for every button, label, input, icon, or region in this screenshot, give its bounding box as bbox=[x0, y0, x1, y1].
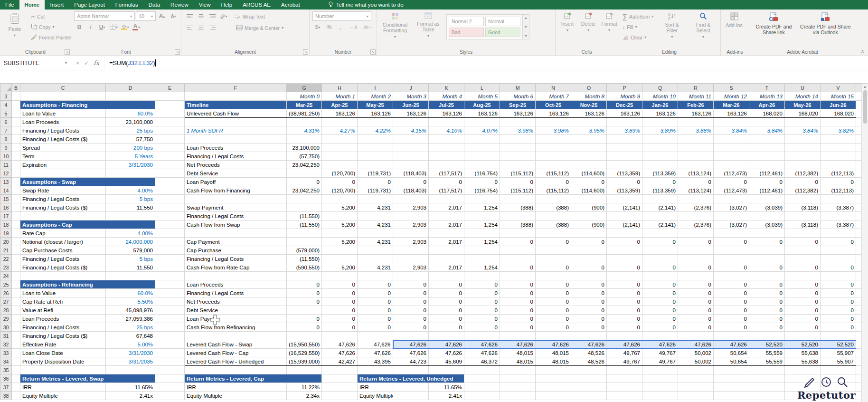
cell-S3[interactable]: Month 12 bbox=[714, 92, 749, 101]
cell-P37[interactable] bbox=[607, 383, 642, 392]
cell-R26[interactable]: 0 bbox=[678, 289, 714, 297]
cell-T37[interactable] bbox=[749, 383, 785, 392]
decrease-font-button[interactable]: A▾ bbox=[168, 11, 179, 21]
alignment-dialog-launcher[interactable]: ↘ bbox=[303, 49, 308, 55]
cell-D30[interactable]: 25 bps bbox=[106, 323, 155, 332]
cell-J28[interactable]: 0 bbox=[393, 306, 429, 315]
cell-N24[interactable] bbox=[536, 272, 571, 280]
row-header-28[interactable]: 28 bbox=[0, 306, 12, 315]
cell-L17[interactable] bbox=[464, 212, 500, 220]
cell-G27[interactable]: 0 bbox=[287, 297, 322, 306]
cell-Q34[interactable]: 49,767 bbox=[642, 357, 678, 366]
cell-V19[interactable] bbox=[821, 229, 856, 238]
cell-H32[interactable]: 47,626 bbox=[322, 340, 358, 349]
cell-F4[interactable]: Timeline bbox=[185, 101, 287, 109]
cell-B23[interactable] bbox=[12, 263, 20, 272]
cell-S12[interactable]: (112,473) bbox=[714, 169, 749, 178]
align-left-button[interactable] bbox=[184, 23, 195, 33]
cell-I31[interactable] bbox=[358, 332, 393, 340]
select-all-corner[interactable] bbox=[0, 84, 12, 92]
gallery-down-icon[interactable]: ▾ bbox=[525, 25, 527, 29]
cell-N5[interactable]: 163,126 bbox=[536, 109, 571, 118]
cell-N8[interactable] bbox=[536, 135, 571, 144]
cell-C14[interactable]: Swap Rate bbox=[20, 186, 106, 195]
cell-D12[interactable] bbox=[106, 169, 155, 178]
cell-I34[interactable]: 43,395 bbox=[358, 357, 393, 366]
cell-F6[interactable] bbox=[185, 118, 287, 126]
cell-K23[interactable]: 2,017 bbox=[429, 263, 464, 272]
cell-S38[interactable] bbox=[714, 392, 749, 400]
cell-M6[interactable] bbox=[500, 118, 536, 126]
cell-T22[interactable] bbox=[749, 255, 785, 263]
cell-J20[interactable]: 2,903 bbox=[393, 238, 429, 246]
cell-S16[interactable]: (3,027) bbox=[714, 203, 749, 212]
column-header-B[interactable]: B bbox=[12, 84, 20, 92]
styles-gallery-scroll[interactable]: ▴ ▾ ▾ bbox=[523, 14, 529, 39]
cell-M9[interactable] bbox=[500, 144, 536, 152]
cell-T25[interactable]: 0 bbox=[749, 280, 785, 289]
cell-E27[interactable] bbox=[155, 297, 185, 306]
cell-G26[interactable]: 0 bbox=[287, 289, 322, 297]
column-header-U[interactable]: U bbox=[785, 84, 821, 92]
cell-H17[interactable] bbox=[322, 212, 358, 220]
cell-T8[interactable] bbox=[749, 135, 785, 144]
cell-N32[interactable]: 47,626 bbox=[536, 340, 571, 349]
cell-V23[interactable]: 0 bbox=[821, 263, 856, 272]
row-header-8[interactable]: 8 bbox=[0, 135, 12, 144]
format-cells-button[interactable]: Format ▾ bbox=[600, 11, 618, 34]
cell-C28[interactable]: Value at Refi bbox=[20, 306, 106, 315]
cell-I3[interactable]: Month 2 bbox=[358, 92, 393, 101]
cell-partial-17[interactable] bbox=[856, 212, 862, 220]
cell-K4[interactable]: Jul-25 bbox=[429, 101, 464, 109]
cell-U19[interactable] bbox=[785, 229, 821, 238]
cell-R14[interactable]: (113,124) bbox=[678, 186, 714, 195]
cell-O26[interactable]: 0 bbox=[571, 289, 607, 297]
cell-I25[interactable]: 0 bbox=[358, 280, 393, 289]
cell-C21[interactable]: Cap Purchase Costs bbox=[20, 246, 106, 255]
row-header-35[interactable]: 35 bbox=[0, 366, 12, 374]
cell-Q10[interactable] bbox=[642, 152, 678, 161]
cell-B3[interactable] bbox=[12, 92, 20, 101]
cell-B35[interactable] bbox=[12, 366, 20, 374]
cell-L11[interactable] bbox=[464, 161, 500, 169]
cell-partial-3[interactable] bbox=[856, 92, 862, 101]
cell-P29[interactable]: 0 bbox=[607, 315, 642, 323]
cell-I20[interactable]: 4,231 bbox=[358, 238, 393, 246]
cell-H22[interactable] bbox=[322, 255, 358, 263]
cell-K35[interactable] bbox=[429, 366, 464, 374]
cell-B17[interactable] bbox=[12, 212, 20, 220]
cell-O17[interactable] bbox=[571, 212, 607, 220]
cell-J19[interactable] bbox=[393, 229, 429, 238]
tab-formulas[interactable]: Formulas bbox=[110, 0, 143, 10]
cell-F30[interactable]: Cash Flow from Refinancing bbox=[185, 323, 287, 332]
cell-U29[interactable]: 0 bbox=[785, 315, 821, 323]
increase-decimal-button[interactable]: ←.0 bbox=[347, 22, 360, 32]
cell-V14[interactable]: (112,113) bbox=[821, 186, 856, 195]
cell-I13[interactable]: 0 bbox=[358, 178, 393, 186]
cell-I10[interactable] bbox=[358, 152, 393, 161]
cell-H14[interactable]: (120,700) bbox=[322, 186, 358, 195]
tab-insert[interactable]: Insert bbox=[45, 0, 69, 10]
cell-F8[interactable] bbox=[185, 135, 287, 144]
cell-P6[interactable] bbox=[607, 118, 642, 126]
cell-B36[interactable] bbox=[12, 374, 20, 383]
cell-C18[interactable]: Assumptions - Cap bbox=[20, 220, 155, 229]
cell-G25[interactable]: 0 bbox=[287, 280, 322, 289]
cell-O8[interactable] bbox=[571, 135, 607, 144]
cell-O11[interactable] bbox=[571, 161, 607, 169]
cell-S21[interactable] bbox=[714, 246, 749, 255]
cell-K12[interactable]: (117,517) bbox=[429, 169, 464, 178]
cell-N16[interactable]: (388) bbox=[536, 203, 571, 212]
gallery-up-icon[interactable]: ▴ bbox=[525, 16, 527, 20]
cell-L13[interactable]: 0 bbox=[464, 178, 500, 186]
cell-G12[interactable] bbox=[287, 169, 322, 178]
cell-L14[interactable]: (116,754) bbox=[464, 186, 500, 195]
cell-O3[interactable]: Month 8 bbox=[571, 92, 607, 101]
cell-F36[interactable]: Return Metrics - Levered, Cap bbox=[185, 374, 322, 383]
cell-U16[interactable]: (3,118) bbox=[785, 203, 821, 212]
cell-T31[interactable] bbox=[749, 332, 785, 340]
cell-G19[interactable] bbox=[287, 229, 322, 238]
cell-T29[interactable]: 0 bbox=[749, 315, 785, 323]
cell-K9[interactable] bbox=[429, 144, 464, 152]
cell-L18[interactable]: 1,254 bbox=[464, 220, 500, 229]
